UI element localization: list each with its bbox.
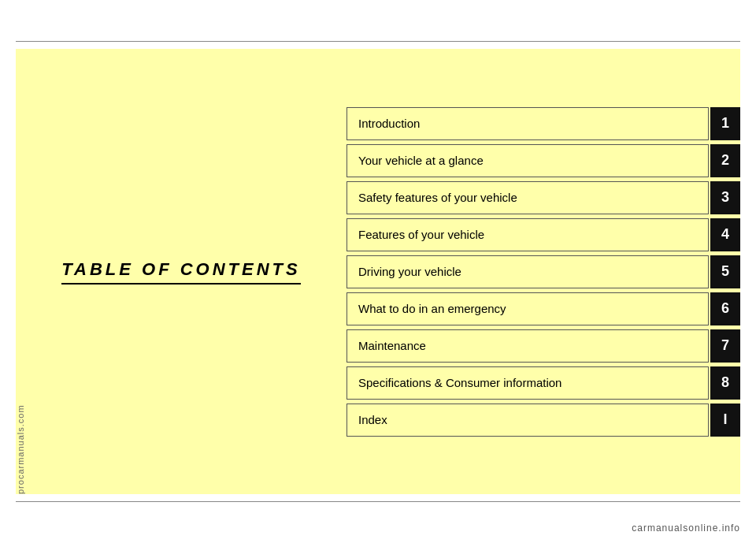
bottom-divider [16, 501, 740, 502]
toc-item-label: Features of your vehicle [346, 218, 709, 251]
toc-row[interactable]: IndexI [346, 404, 740, 437]
toc-item-label: Maintenance [346, 329, 709, 363]
toc-item-number: 5 [710, 255, 740, 288]
toc-item-label: What to do in an emergency [346, 292, 709, 325]
toc-row[interactable]: Features of your vehicle4 [346, 218, 740, 251]
toc-item-number: 3 [710, 181, 740, 214]
toc-row[interactable]: Maintenance7 [346, 329, 740, 363]
page-title: TABLE OF CONTENTS [61, 259, 300, 285]
footer-brand: carmanualsonline.info [632, 523, 740, 534]
toc-item-number: 7 [710, 329, 740, 363]
toc-row[interactable]: Safety features of your vehicle3 [346, 181, 740, 214]
toc-row[interactable]: Introduction1 [346, 107, 740, 140]
toc-item-label: Your vehicle at a glance [346, 144, 709, 177]
toc-item-number: 2 [710, 144, 740, 177]
toc-list: Introduction1Your vehicle at a glance2Sa… [346, 107, 740, 437]
toc-item-label: Safety features of your vehicle [346, 181, 709, 214]
watermark-text: procarmanuals.com [16, 49, 29, 494]
toc-item-number: 4 [710, 218, 740, 251]
toc-item-number: 8 [710, 366, 740, 400]
toc-row[interactable]: Driving your vehicle5 [346, 255, 740, 288]
toc-row[interactable]: Specifications & Consumer information8 [346, 366, 740, 400]
toc-item-label: Index [346, 404, 709, 437]
toc-item-number: I [710, 404, 740, 437]
left-panel: procarmanuals.com TABLE OF CONTENTS [16, 49, 346, 494]
toc-item-number: 6 [710, 292, 740, 325]
toc-item-label: Specifications & Consumer information [346, 366, 709, 400]
toc-item-label: Driving your vehicle [346, 255, 709, 288]
main-content: procarmanuals.com TABLE OF CONTENTS Intr… [16, 49, 740, 494]
toc-item-label: Introduction [346, 107, 709, 140]
toc-row[interactable]: Your vehicle at a glance2 [346, 144, 740, 177]
toc-row[interactable]: What to do in an emergency6 [346, 292, 740, 325]
toc-item-number: 1 [710, 107, 740, 140]
top-divider [16, 41, 740, 42]
